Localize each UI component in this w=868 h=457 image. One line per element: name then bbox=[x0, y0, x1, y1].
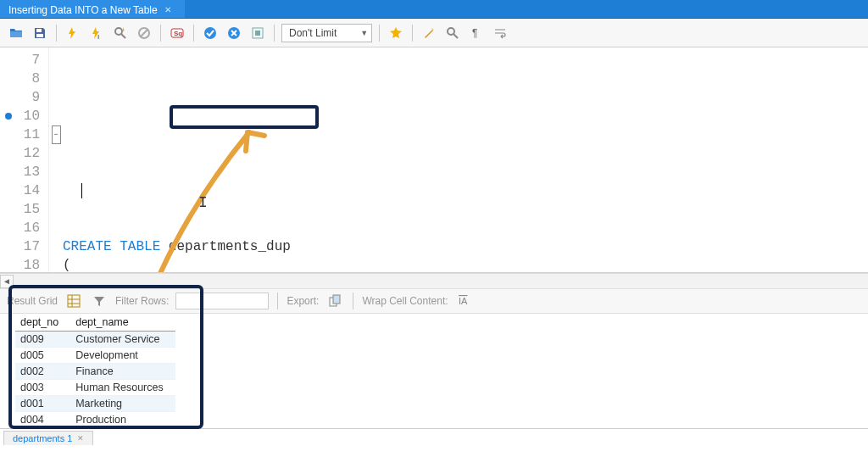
line-number[interactable]: 8 bbox=[0, 70, 48, 88]
stop-button[interactable] bbox=[135, 24, 153, 42]
row-limit-value: Don't Limit bbox=[289, 27, 337, 39]
execute-current-button[interactable]: I bbox=[87, 24, 106, 42]
svg-text:¶: ¶ bbox=[472, 27, 477, 39]
svg-line-4 bbox=[121, 34, 125, 38]
filter-rows-input[interactable] bbox=[175, 293, 269, 309]
line-number[interactable]: 13 bbox=[0, 163, 48, 181]
result-grid[interactable]: dept_nodept_named009Customer Serviced005… bbox=[15, 314, 175, 428]
line-number[interactable]: 18 bbox=[0, 256, 48, 273]
annotation-table-name-box bbox=[170, 105, 319, 129]
table-cell[interactable]: d005 bbox=[15, 348, 70, 364]
line-number-gutter: 789101112131415161718 bbox=[0, 47, 49, 272]
favorite-button[interactable] bbox=[387, 24, 405, 42]
line-number[interactable]: 14 bbox=[0, 181, 48, 200]
sql-editor[interactable]: 789101112131415161718 − I CREATE TABLE d… bbox=[0, 47, 868, 273]
result-tab-strip: departments 1 ✕ bbox=[0, 428, 868, 447]
toolbar-separator bbox=[274, 25, 275, 42]
execute-button[interactable] bbox=[64, 24, 82, 42]
editor-toolbar: I Sq Don't Limit ▼ ¶ bbox=[0, 19, 868, 47]
code-line[interactable]: ( bbox=[63, 256, 868, 273]
fold-toggle-icon[interactable]: − bbox=[52, 125, 61, 144]
svg-rect-1 bbox=[36, 34, 43, 37]
export-label: Export: bbox=[287, 295, 319, 307]
table-row[interactable]: d004Production bbox=[15, 412, 175, 428]
row-limit-select[interactable]: Don't Limit ▼ bbox=[281, 24, 372, 42]
table-cell[interactable]: d003 bbox=[15, 380, 70, 396]
query-tab-bar: Inserting Data INTO a New Table ✕ bbox=[0, 0, 868, 19]
close-icon[interactable]: ✕ bbox=[164, 5, 171, 14]
toolbar-separator bbox=[56, 25, 57, 42]
export-button[interactable] bbox=[326, 292, 344, 310]
line-number[interactable]: 10 bbox=[0, 107, 48, 125]
query-tab-active[interactable]: Inserting Data INTO a New Table ✕ bbox=[0, 0, 186, 18]
wrap-cell-button[interactable]: IA bbox=[455, 292, 474, 310]
toolbar-separator bbox=[353, 293, 353, 309]
svg-rect-16 bbox=[68, 295, 80, 307]
toolbar-separator bbox=[412, 25, 413, 42]
result-tab[interactable]: departments 1 ✕ bbox=[3, 431, 93, 445]
result-grid-area: dept_nodept_named009Customer Serviced005… bbox=[0, 314, 868, 428]
open-file-button[interactable] bbox=[7, 24, 25, 42]
svg-rect-0 bbox=[36, 29, 42, 32]
code-line[interactable] bbox=[63, 219, 868, 237]
table-cell[interactable]: Finance bbox=[70, 364, 175, 380]
column-header[interactable]: dept_no bbox=[15, 314, 70, 332]
code-area[interactable]: I CREATE TABLE departments_dup( dept_no … bbox=[63, 47, 868, 272]
table-row[interactable]: d005Development bbox=[15, 348, 175, 364]
close-icon[interactable]: ✕ bbox=[77, 434, 84, 443]
table-cell[interactable]: Development bbox=[70, 348, 175, 364]
table-row[interactable]: d009Customer Service bbox=[15, 332, 175, 348]
svg-point-9 bbox=[204, 27, 216, 39]
rollback-button[interactable] bbox=[225, 24, 243, 42]
result-grid-view-button[interactable] bbox=[64, 292, 83, 310]
code-line[interactable] bbox=[63, 181, 868, 200]
beautify-button[interactable] bbox=[420, 24, 438, 42]
line-number[interactable]: 11 bbox=[0, 125, 48, 144]
toolbar-separator bbox=[160, 25, 161, 42]
table-cell[interactable]: Customer Service bbox=[70, 332, 175, 348]
result-toolbar: Result Grid Filter Rows: Export: Wrap Ce… bbox=[0, 288, 868, 314]
svg-line-14 bbox=[453, 34, 458, 38]
line-number[interactable]: 15 bbox=[0, 200, 48, 219]
table-row[interactable]: d003Human Resources bbox=[15, 380, 175, 396]
line-number[interactable]: 7 bbox=[0, 51, 48, 70]
wrap-cell-label: Wrap Cell Content: bbox=[362, 295, 448, 307]
word-wrap-button[interactable] bbox=[491, 24, 509, 42]
code-line[interactable]: CREATE TABLE departments_dup bbox=[63, 237, 868, 256]
editor-horizontal-scrollbar[interactable]: ◄ bbox=[0, 273, 868, 288]
svg-rect-12 bbox=[255, 31, 260, 36]
save-file-button[interactable] bbox=[31, 24, 49, 42]
table-cell[interactable]: d001 bbox=[15, 396, 70, 412]
table-cell[interactable]: d004 bbox=[15, 412, 70, 428]
explain-button[interactable] bbox=[111, 24, 130, 42]
table-cell[interactable]: Production bbox=[70, 412, 175, 428]
scroll-left-icon[interactable]: ◄ bbox=[0, 275, 14, 288]
table-cell[interactable]: Marketing bbox=[70, 396, 175, 412]
toolbar-separator bbox=[193, 25, 194, 42]
table-row[interactable]: d001Marketing bbox=[15, 396, 175, 412]
find-button[interactable] bbox=[443, 24, 462, 42]
fold-column: − bbox=[49, 47, 63, 272]
line-number[interactable]: 17 bbox=[0, 237, 48, 256]
chevron-down-icon: ▼ bbox=[360, 29, 368, 37]
table-row[interactable]: d002Finance bbox=[15, 364, 175, 380]
line-number[interactable]: 16 bbox=[0, 219, 48, 237]
toggle-whitespace-button[interactable] bbox=[248, 24, 267, 42]
svg-point-3 bbox=[115, 28, 122, 35]
toolbar-separator bbox=[277, 293, 278, 309]
svg-text:I: I bbox=[97, 33, 99, 40]
svg-line-6 bbox=[141, 30, 147, 36]
table-cell[interactable]: Human Resources bbox=[70, 380, 175, 396]
result-filter-icon[interactable] bbox=[90, 292, 108, 310]
table-cell[interactable]: d002 bbox=[15, 364, 70, 380]
column-header[interactable]: dept_name bbox=[70, 314, 175, 332]
commit-button[interactable] bbox=[201, 24, 220, 42]
svg-text:Sq: Sq bbox=[174, 30, 182, 37]
line-number[interactable]: 12 bbox=[0, 144, 48, 163]
line-number[interactable]: 9 bbox=[0, 88, 48, 107]
toolbar-separator bbox=[379, 25, 380, 42]
code-line[interactable] bbox=[63, 200, 868, 219]
table-cell[interactable]: d009 bbox=[15, 332, 70, 348]
invisible-chars-button[interactable]: ¶ bbox=[467, 24, 486, 42]
toggle-autocommit-button[interactable]: Sq bbox=[168, 24, 186, 42]
